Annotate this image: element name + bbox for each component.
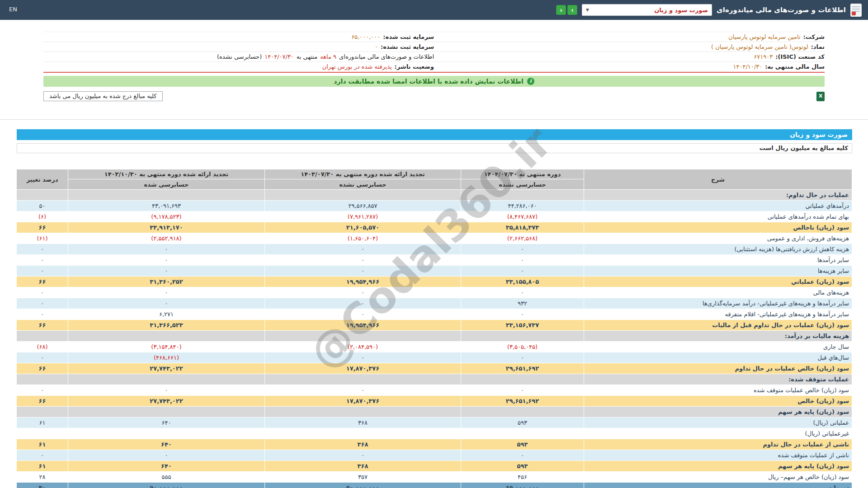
row-value-cell: ۱۹,۹۵۴,۹۶۶: [265, 320, 461, 331]
row-value-cell: ۵۰,۰۰۰,۰۰۰: [265, 483, 461, 488]
row-value-cell: ۰: [265, 287, 461, 298]
note-row: کلیه مبالغ درج شده به میلیون ریال می باش…: [43, 91, 825, 102]
company-info-value: تامین سرمایه لوتوس پارسیان: [728, 32, 800, 42]
row-value-cell: ۵۹۳: [461, 439, 584, 450]
col-header-percent-change: درصد تغییر: [17, 169, 68, 190]
table-row: هزینه کاهش ارزش دریافتنی‌ها (هزینه استثن…: [17, 244, 852, 255]
company-info-label: وضعیت ناشر:: [395, 62, 434, 72]
section-divider: [0, 119, 868, 120]
row-description-cell: سایر درآمدها و هزینه‌های غیرعملیاتی- درآ…: [584, 298, 852, 309]
income-statement-table: شرح دوره منتهی به ۱۴۰۴/۰۷/۳۰ تجدید ارائه…: [16, 169, 852, 488]
nav-forward-button[interactable]: ›: [567, 5, 577, 15]
row-value-cell: ۶۶: [17, 396, 68, 407]
table-row: ناشی از عملیات متوقف شده۰۰۰۰: [17, 450, 852, 461]
row-value-cell: ۰: [265, 352, 461, 363]
row-description-cell: سود (زیان) خالص عملیات متوقف شده: [584, 385, 852, 396]
page: { "topbar": { "title": "اطلاعات و صورت‌ه…: [0, 0, 868, 488]
row-description-cell: سرمایه: [584, 483, 852, 488]
row-value-cell: ۲۱,۶۰۵,۵۷۰: [265, 222, 461, 233]
row-value-cell: ۳۱,۳۶۰,۲۵۲: [68, 277, 265, 287]
row-value-cell: (۶): [17, 211, 68, 222]
excel-export-icon[interactable]: [816, 92, 825, 101]
row-description-cell: سود (زیان) پایه هر سهم: [584, 461, 852, 472]
row-value-cell: ۰: [68, 298, 265, 309]
row-value-cell: ۰: [265, 244, 461, 255]
table-row: سود (زيان) خالص عمليات در حال تداوم۲۹,۶۵…: [17, 363, 852, 374]
row-value-cell: (۳,۵۰۵,۰۴۵): [461, 342, 584, 352]
company-info-label: سرمایه ثبت شده:: [383, 32, 434, 42]
company-info-value: ۶۷۱۹۰۳: [754, 52, 773, 61]
row-value-cell: (۶۸): [17, 342, 68, 352]
row-value-cell: ۶۵,۰۰۰,۰۰۰: [461, 483, 584, 488]
row-value-cell: ۶۱: [17, 461, 68, 472]
row-value-cell: ۶۴۰: [68, 439, 265, 450]
row-description-cell: سایر درآمدها و هزینه‌های غیرعملیاتی- اقل…: [584, 309, 852, 320]
row-value-cell: ۰: [17, 450, 68, 461]
row-empty-cell: [265, 331, 461, 342]
row-value-cell: ۱۹,۹۵۴,۹۶۶: [265, 277, 461, 287]
language-toggle-en[interactable]: EN: [9, 6, 17, 13]
company-info-text-segment: ۹ ماهه: [320, 52, 336, 61]
row-description-cell: درآمدهاي عملياتي: [584, 201, 852, 211]
company-info-label: سرمایه ثبت نشده:: [381, 42, 434, 52]
company-info-text-segment: (حسابرسی نشده): [217, 52, 262, 61]
row-value-cell: ۰: [68, 266, 265, 277]
row-value-cell: ۹۳۲: [461, 298, 584, 309]
row-value-cell: ۰: [17, 298, 68, 309]
row-description-cell: سود (زيان) خالص عمليات در حال تداوم: [584, 363, 852, 374]
company-col-right: شرکت:تامین سرمایه لوتوس پارسیاننماد:لوتو…: [434, 32, 825, 72]
table-row: سایر درآمدها و هزینه‌های غیرعملیاتی- اقل…: [17, 309, 852, 320]
signature-match-banner: i اطلاعات نمایش داده شده با اطلاعات امضا…: [43, 76, 825, 87]
row-value-cell: ۶۶: [17, 363, 68, 374]
income-table-body: عملیات در حال تداوم:درآمدهاي عملياتي۴۴,۲…: [17, 190, 852, 488]
row-description-cell: بهای تمام شده درآمدهای عملیاتی: [584, 211, 852, 222]
income-statement-section: صورت سود و زیان کلیه مبالغ به میلیون ریا…: [17, 129, 852, 488]
row-value-cell: ۵۵۵: [68, 472, 265, 483]
row-description-cell: سود (زيان) ناخالص: [584, 222, 852, 233]
row-value-cell: (۶۱): [17, 233, 68, 244]
row-value-cell: ۴۳,۰۹۱,۶۹۳: [68, 201, 265, 211]
subheader-unaudited-2: حسابرسی نشده: [265, 179, 461, 190]
row-value-cell: ۱۷,۸۷۰,۳۷۶: [265, 396, 461, 407]
row-value-cell: ۶۶: [17, 222, 68, 233]
company-info-row: سرمایه ثبت شده:۶۵,۰۰۰,۰۰۰: [43, 32, 434, 42]
row-value-cell: ۳۶۸: [265, 418, 461, 428]
row-value-cell: [17, 428, 68, 439]
statement-type-select[interactable]: صورت سود و زیان ▼: [582, 4, 712, 16]
statement-title-bar: صورت سود و زیان: [17, 129, 852, 140]
row-value-cell: ۰: [461, 385, 584, 396]
row-description-cell: ناشی از عملیات در حال تداوم: [584, 439, 852, 450]
table-row: سال جاری(۳,۵۰۵,۰۴۵)(۲,۰۸۴,۵۹۰)(۳,۱۵۴,۸۴۰…: [17, 342, 852, 352]
row-value-cell: ۰: [461, 352, 584, 363]
company-info-section: شرکت:تامین سرمایه لوتوس پارسیاننماد:لوتو…: [43, 32, 825, 73]
row-description-cell: سود (زیان) خالص: [584, 396, 852, 407]
amounts-unit-note: کلیه مبالغ درج شده به میلیون ریال می باش…: [43, 91, 163, 101]
company-info-row: وضعیت ناشر:پذیرفته شده در بورس تهران: [43, 62, 434, 72]
row-value-cell: [461, 428, 584, 439]
nav-back-button[interactable]: ‹: [556, 5, 566, 15]
row-value-cell: ۲۹,۵۶۶,۸۵۷: [265, 201, 461, 211]
col-header-restated-year-end: تجدید ارائه شده دوره منتهی به ۱۴۰۳/۱۰/۳۰: [68, 169, 265, 179]
company-info-value: لوتوس( تامین سرمایه لوتوس پارسیان ): [711, 42, 808, 52]
row-value-cell: (۲,۵۵۲,۹۱۸): [68, 233, 265, 244]
row-description-cell: عملیاتی (ریال): [584, 418, 852, 428]
table-row: ناشی از عملیات در حال تداوم۵۹۳۳۶۸۶۴۰۶۱: [17, 439, 852, 450]
row-empty-cell: [68, 374, 265, 385]
col-header-description: شرح: [584, 169, 852, 190]
row-empty-cell: [265, 407, 461, 418]
row-value-cell: ۴۵۶: [461, 472, 584, 483]
company-info-row: نماد:لوتوس( تامین سرمایه لوتوس پارسیان ): [434, 42, 825, 52]
row-description-cell: هزینه کاهش ارزش دریافتنی‌ها (هزینه استثن…: [584, 244, 852, 255]
row-value-cell: ۰: [265, 450, 461, 461]
table-header: شرح دوره منتهی به ۱۴۰۴/۰۷/۳۰ تجدید ارائه…: [17, 169, 852, 190]
row-value-cell: ۰: [17, 385, 68, 396]
company-info-row: کد صنعت (ISIC):۶۷۱۹۰۳: [434, 52, 825, 62]
row-value-cell: ۳۵,۸۱۸,۳۷۳: [461, 222, 584, 233]
row-value-cell: ۳۱,۳۶۶,۵۲۳: [68, 320, 265, 331]
company-info-value: ۰: [375, 42, 378, 52]
company-info-row: اطلاعات و صورت‌های مالی میاندوره‌ای ۹ ما…: [43, 52, 434, 62]
row-value-cell: ۴۴,۲۸۶,۰۶۰: [461, 201, 584, 211]
row-value-cell: [265, 428, 461, 439]
table-row: سود (زیان) خالص۲۹,۶۵۱,۶۹۲۱۷,۸۷۰,۳۷۶۲۷,۷۴…: [17, 396, 852, 407]
row-description-cell: سود (زیان) خالص هر سهم– ریال: [584, 472, 852, 483]
